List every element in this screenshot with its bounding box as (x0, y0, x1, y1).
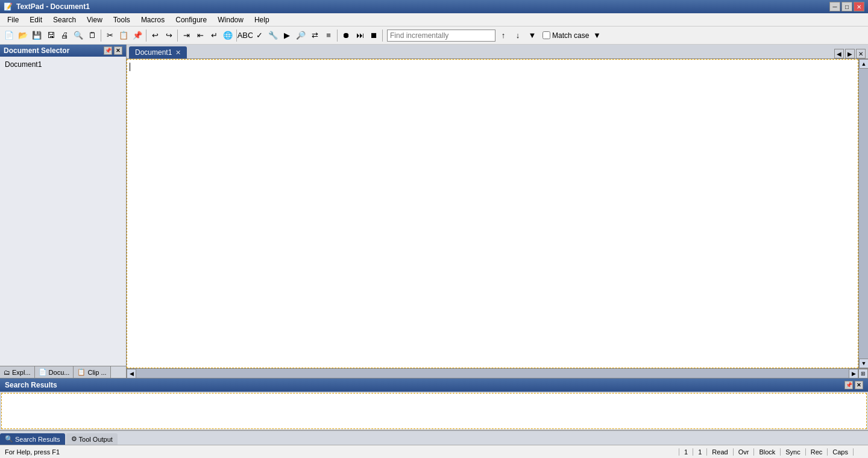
print-button[interactable]: 🖨 (58, 29, 71, 42)
save-button[interactable]: 💾 (30, 29, 43, 42)
macro-stop-button[interactable]: ⏹ (367, 29, 380, 42)
ds-tab-explorer-label: Expl... (12, 369, 31, 376)
match-case-label[interactable]: Match case (542, 31, 589, 40)
find-incrementally-input[interactable] (387, 30, 495, 42)
find-prev-button[interactable]: ↑ (497, 29, 510, 42)
search-toolbar-button[interactable]: 🔎 (294, 29, 307, 42)
sr-tab-search-results[interactable]: 🔍 Search Results (0, 433, 65, 445)
menu-item-help[interactable]: Help (250, 14, 274, 25)
cut-button[interactable]: ✂ (103, 29, 116, 42)
search-results-title: Search Results (5, 381, 57, 389)
sep2 (146, 30, 146, 42)
status-end (853, 448, 863, 456)
editor-container: ▲ ▼ (127, 59, 868, 368)
editor-scrollbar-vertical[interactable]: ▲ ▼ (858, 59, 868, 368)
ds-tab-documents[interactable]: 📄 Docu... (35, 366, 74, 378)
sep5 (337, 30, 338, 42)
search-results-close-button[interactable]: ✕ (855, 381, 863, 389)
browser-button[interactable]: 🌐 (221, 29, 234, 42)
spell2-button[interactable]: ✓ (253, 29, 266, 42)
doc-selector-close-button[interactable]: ✕ (114, 46, 122, 55)
tab-nav-right[interactable]: ▶ (845, 49, 855, 58)
status-ovr: Ovr (733, 448, 754, 456)
ds-tab-explorer[interactable]: 🗂 Expl... (0, 366, 35, 378)
status-sync: Sync (780, 448, 805, 456)
status-bar: For Help, press F1 1 1 Read Ovr Block Sy… (0, 445, 868, 458)
editor-scrollbar-horizontal[interactable]: ◀ ▶ ⊞ (127, 368, 868, 378)
menu-item-tools[interactable]: Tools (108, 14, 135, 25)
title-bar-title: TextPad - Document1 (16, 2, 90, 11)
editor-area: Document1 ✕ ◀ ▶ ✕ ▲ ▼ (127, 45, 868, 378)
save-all-button[interactable]: 🖫 (44, 29, 57, 42)
menu-bar: FileEditSearchViewToolsMacrosConfigureWi… (0, 13, 868, 27)
print-preview-button[interactable]: 🔍 (72, 29, 85, 42)
search-results-panel: Search Results 📌 ✕ 🔍 Search Results ⚙ To… (0, 378, 868, 445)
doc-selector-header-controls: 📌 ✕ (104, 46, 122, 55)
scroll-left-button[interactable]: ◀ (127, 369, 136, 378)
macro-play-button[interactable]: ⏭ (353, 29, 366, 42)
sr-tab-tool-label: Tool Output (79, 436, 113, 443)
status-rec: Rec (805, 448, 828, 456)
document-item[interactable]: Document1 (2, 59, 124, 70)
menu-item-search[interactable]: Search (48, 14, 81, 25)
match-case-dropdown[interactable]: ▼ (590, 29, 603, 42)
close-button[interactable]: ✕ (854, 2, 864, 11)
tab-nav-left[interactable]: ◀ (834, 49, 844, 58)
document-selector-header: Document Selector 📌 ✕ (0, 45, 126, 57)
status-line: 1 (679, 448, 693, 456)
replace-button[interactable]: ⇄ (308, 29, 321, 42)
open-button[interactable]: 📂 (16, 29, 30, 42)
new-button[interactable]: 📄 (2, 29, 16, 42)
search-results-icon: 🔍 (5, 435, 13, 443)
doc-selector-pin-button[interactable]: 📌 (104, 46, 112, 55)
scroll-right-button[interactable]: ▶ (849, 369, 858, 378)
compare-button[interactable]: ≡ (322, 29, 335, 42)
spell-button[interactable]: ABC (239, 29, 252, 42)
scroll-track-v[interactable] (859, 69, 868, 359)
tab-label: Document1 (135, 48, 172, 57)
menu-item-window[interactable]: Window (213, 14, 248, 25)
menu-item-macros[interactable]: Macros (136, 14, 169, 25)
search-results-tabs: 🔍 Search Results ⚙ Tool Output (0, 430, 868, 445)
undo-button[interactable]: ↩ (148, 29, 162, 42)
search-results-header-controls: 📌 ✕ (844, 381, 863, 389)
wrap-button[interactable]: ↵ (207, 29, 221, 42)
sr-tab-tool-output[interactable]: ⚙ Tool Output (66, 433, 118, 445)
search-results-pin-button[interactable]: 📌 (844, 381, 853, 389)
find-dropdown-button[interactable]: ▼ (526, 29, 539, 42)
scroll-down-button[interactable]: ▼ (859, 359, 868, 368)
tab-close-button[interactable]: ✕ (175, 49, 181, 57)
tools-button[interactable]: 🔧 (266, 29, 280, 42)
find-incrementally-box: ↑ ↓ ▼ Match case ▼ (387, 29, 603, 42)
title-bar: 📝 TextPad - Document1 ─ □ ✕ (0, 0, 868, 13)
run-button[interactable]: ▶ (280, 29, 294, 42)
editor-content[interactable] (127, 60, 858, 368)
unindent-button[interactable]: ⇤ (193, 29, 207, 42)
minimize-button[interactable]: ─ (829, 2, 840, 11)
scroll-track-h[interactable] (136, 369, 849, 378)
menu-item-file[interactable]: File (2, 14, 24, 25)
document-selector: Document Selector 📌 ✕ Document1 🗂 Expl..… (0, 45, 127, 378)
paste-button[interactable]: 📌 (131, 29, 144, 42)
menu-item-configure[interactable]: Configure (171, 14, 212, 25)
tab-close-all-button[interactable]: ✕ (856, 49, 866, 58)
redo-button[interactable]: ↪ (162, 29, 175, 42)
menu-item-view[interactable]: View (82, 14, 107, 25)
maximize-button[interactable]: □ (841, 2, 852, 11)
indent-button[interactable]: ⇥ (180, 29, 193, 42)
macro-record-button[interactable]: ⏺ (339, 29, 353, 42)
menu-item-edit[interactable]: Edit (25, 14, 47, 25)
tab-bar-right: ◀ ▶ ✕ (834, 49, 866, 58)
document-selector-tabs: 🗂 Expl... 📄 Docu... 📋 Clip ... (0, 366, 126, 378)
match-case-checkbox[interactable] (542, 31, 550, 39)
scroll-up-button[interactable]: ▲ (859, 59, 868, 69)
editor-tab-document1[interactable]: Document1 ✕ (129, 46, 187, 58)
ds-tab-clipboard[interactable]: 📋 Clip ... (74, 366, 110, 378)
tab-bar: Document1 ✕ ◀ ▶ ✕ (127, 45, 868, 59)
editor[interactable] (127, 59, 858, 368)
explorer-icon: 🗂 (4, 369, 10, 376)
properties-button[interactable]: 🗒 (86, 29, 99, 42)
copy-button[interactable]: 📋 (117, 29, 130, 42)
find-next-button[interactable]: ↓ (511, 29, 524, 42)
scroll-resize-button[interactable]: ⊞ (858, 369, 868, 378)
